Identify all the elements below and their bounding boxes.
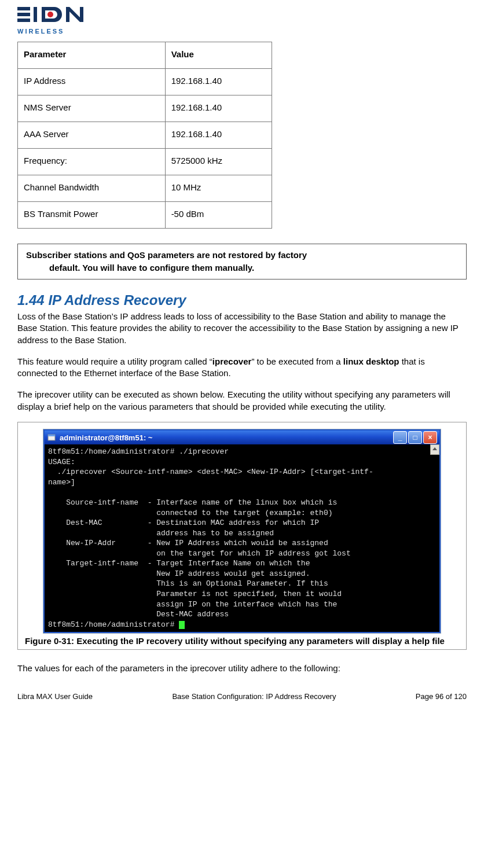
table-row: BS Transmit Power-50 dBm: [18, 202, 272, 229]
brand-logo: WIRELESS: [17, 5, 467, 35]
figure-frame: administrator@8tf8m51: ~ _ □ × 8tf8m51:/…: [17, 422, 467, 650]
paragraph: The iprecover utility can be executed as…: [17, 389, 467, 413]
terminal-body: 8tf8m51:/home/administrator# ./iprecover…: [45, 444, 439, 632]
section-heading: 1.44 IP Address Recovery: [17, 292, 467, 308]
page-footer: Libra MAX User Guide Base Station Config…: [17, 692, 467, 701]
note-line2: default. You will have to configure them…: [49, 262, 460, 274]
bold-term-linux-desktop: linux desktop: [343, 356, 399, 366]
paragraph: The values for each of the parameters in…: [17, 663, 467, 675]
close-button[interactable]: ×: [423, 431, 437, 444]
terminal-cursor: [179, 621, 185, 629]
brand-subtext: WIRELESS: [17, 28, 467, 35]
table-header-row: Parameter Value: [18, 42, 272, 69]
col-header-value: Value: [165, 42, 272, 69]
col-header-parameter: Parameter: [18, 42, 166, 69]
svg-rect-1: [17, 13, 30, 16]
svg-point-4: [47, 12, 53, 17]
svg-rect-2: [17, 19, 30, 22]
svg-rect-6: [48, 435, 55, 436]
scrollbar-up-arrow[interactable]: [430, 444, 439, 455]
parameter-table: Parameter Value IP Address192.168.1.40 N…: [17, 42, 272, 229]
minimize-button[interactable]: _: [393, 431, 407, 444]
bold-term-iprecover: iprecover: [212, 356, 252, 366]
table-row: NMS Server192.168.1.40: [18, 95, 272, 122]
paragraph: Loss of the Base Station’s IP address le…: [17, 311, 467, 347]
terminal-window: administrator@8tf8m51: ~ _ □ × 8tf8m51:/…: [43, 429, 441, 633]
table-row: AAA Server192.168.1.40: [18, 122, 272, 149]
paragraph: This feature would require a utility pro…: [17, 356, 467, 380]
figure-caption: Figure 0-31: Executing the IP recovery u…: [25, 635, 459, 647]
svg-rect-0: [17, 7, 30, 10]
note-box: Subscriber stations and QoS parameters a…: [17, 244, 467, 279]
window-icon: [47, 433, 56, 442]
footer-center: Base Station Configuration: IP Address R…: [172, 692, 336, 701]
maximize-button[interactable]: □: [408, 431, 422, 444]
footer-left: Libra MAX User Guide: [17, 692, 93, 701]
table-row: IP Address192.168.1.40: [18, 69, 272, 95]
window-title: administrator@8tf8m51: ~: [60, 433, 393, 442]
terminal-output: 8tf8m51:/home/administrator# ./iprecover…: [48, 447, 373, 628]
footer-right: Page 96 of 120: [416, 692, 467, 701]
table-row: Channel Bandwidth10 MHz: [18, 175, 272, 202]
table-row: Frequency:5725000 kHz: [18, 149, 272, 175]
svg-rect-3: [34, 7, 37, 22]
window-titlebar: administrator@8tf8m51: ~ _ □ ×: [45, 431, 439, 444]
note-line1: Subscriber stations and QoS parameters a…: [26, 250, 307, 260]
